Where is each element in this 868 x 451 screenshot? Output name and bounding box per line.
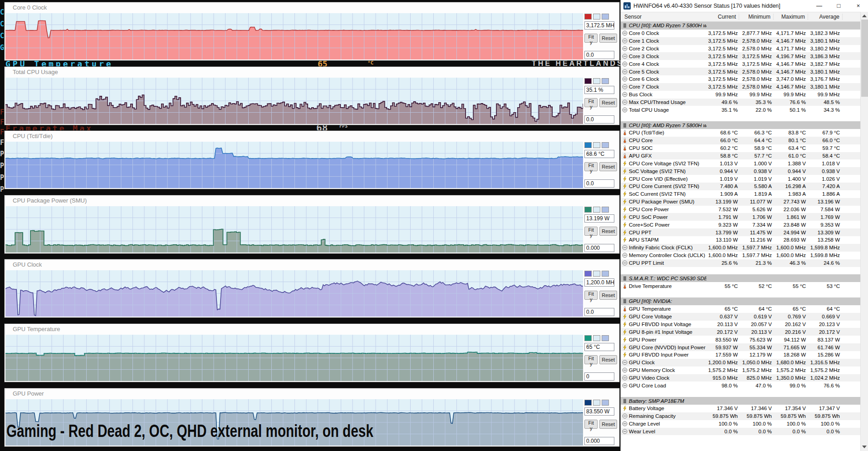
current-value-box[interactable]: 65 °C xyxy=(584,343,614,351)
sensor-row[interactable]: GPU Clock1,200.0 MHz1,050.0 MHz1,680.0 M… xyxy=(621,359,860,367)
sensor-row[interactable]: Bus Clock99.9 MHz99.9 MHz99.9 MHz99.9 MH… xyxy=(621,91,860,99)
sensor-row[interactable]: Drive Temperature55 °C52 °C55 °C53 °C xyxy=(621,282,860,290)
grid-color-swatch[interactable] xyxy=(602,400,609,406)
min-value-box[interactable]: 0.000 xyxy=(584,244,614,252)
min-value-box[interactable]: 0.0 xyxy=(584,308,614,316)
reset-button[interactable]: Reset xyxy=(599,355,617,364)
sensor-row[interactable]: Core 6 Clock3,172.5 MHz2,578.0 MHz3,747.… xyxy=(621,75,860,83)
graph-panel[interactable]: GPU Clock1,200.0 MHzFit yReset0.0 xyxy=(5,259,619,317)
scroll-thumb[interactable] xyxy=(861,20,868,97)
sensor-row[interactable]: Remaining Capacity59.875 Wh59.875 Wh59.8… xyxy=(621,412,860,420)
grid-color-swatch[interactable] xyxy=(602,14,609,20)
sensor-row[interactable]: Total CPU Usage35.1 %22.0 %50.1 %34.3 % xyxy=(621,106,860,114)
sensor-row[interactable]: CPU Core66.0 °C64.4 °C80.1 °C66.0 °C xyxy=(621,137,860,144)
reset-button[interactable]: Reset xyxy=(599,162,617,171)
background-color-swatch[interactable] xyxy=(593,335,600,341)
background-color-swatch[interactable] xyxy=(593,78,600,84)
graph-panel[interactable]: Core 0 Clock3,172.5 MHzFit yReset0.0 xyxy=(5,2,619,60)
current-value-box[interactable]: 35.1 % xyxy=(584,86,614,94)
sensor-row[interactable]: Core 4 Clock3,172.5 MHz3,172.5 MHz4,146.… xyxy=(621,60,860,68)
background-color-swatch[interactable] xyxy=(593,400,600,406)
series-color-swatch[interactable] xyxy=(584,14,592,20)
graph-panel[interactable]: CPU (Tctl/Tdie)68.6 °CFit yReset0.0 xyxy=(5,131,619,189)
sensor-row[interactable]: Max CPU/Thread Usage49.6 %35.3 %76.6 %48… xyxy=(621,99,860,106)
sensor-row[interactable]: Core 7 Clock3,172.5 MHz2,578.0 MHz4,146.… xyxy=(621,83,860,91)
sensor-row[interactable]: CPU Package Power (SMU)13.199 W11.077 W2… xyxy=(621,198,860,206)
fit-y-button[interactable]: Fit y xyxy=(584,162,598,171)
graph-panel[interactable]: CPU Package Power (SMU)13.199 WFit yRese… xyxy=(5,195,619,253)
sensor-row[interactable]: GPU 8-pin #1 Input Voltage20.172 V20.113… xyxy=(621,328,860,336)
background-color-swatch[interactable] xyxy=(593,142,600,148)
reset-button[interactable]: Reset xyxy=(599,227,617,236)
maximize-button[interactable]: □ xyxy=(829,0,848,12)
sensor-group-row[interactable]: Battery: SMP AP18E7M xyxy=(621,397,860,405)
grid-color-swatch[interactable] xyxy=(602,335,609,341)
close-button[interactable]: × xyxy=(848,0,868,12)
fit-y-button[interactable]: Fit y xyxy=(584,355,598,364)
series-color-swatch[interactable] xyxy=(584,142,592,148)
sensor-row[interactable]: SoC Current (SVI2 TFN)1.909 A1.819 A1.98… xyxy=(621,190,860,198)
min-value-box[interactable]: 0 xyxy=(584,372,614,381)
sensor-row[interactable]: CPU Core VID (Effective)1.019 V1.019 V1.… xyxy=(621,175,860,183)
sensor-row[interactable]: Core+SoC Power9.323 W7.334 W23.848 W9.35… xyxy=(621,221,860,228)
reset-button[interactable]: Reset xyxy=(599,98,617,107)
min-value-box[interactable]: 0.000 xyxy=(584,437,614,445)
min-value-box[interactable]: 0.0 xyxy=(584,51,614,59)
reset-button[interactable]: Reset xyxy=(599,420,617,429)
sensor-row[interactable]: GPU Core (NVVDD) Input Power (sum)59.937… xyxy=(621,343,860,351)
sensor-row[interactable]: Battery Voltage17.346 V17.346 V17.354 V1… xyxy=(621,405,860,412)
minimize-button[interactable]: — xyxy=(809,0,829,12)
sensor-group-row[interactable]: CPU [#0]: AMD Ryzen 7 5800H with Ra... xyxy=(621,121,860,129)
sensor-group-row[interactable]: CPU [#0]: AMD Ryzen 7 5800H with Ra... xyxy=(621,22,860,30)
sensor-row[interactable]: Charge Level100.0 %100.0 %100.0 %100.0 % xyxy=(621,420,860,428)
sensor-row[interactable]: GPU Temperature65 °C64 °C65 °C64 °C xyxy=(621,305,860,313)
sensor-row[interactable]: Core 1 Clock3,172.5 MHz2,578.0 MHz4,146.… xyxy=(621,37,860,45)
sensor-row[interactable]: CPU (Tctl/Tdie)68.6 °C66.3 °C83.8 °C67.9… xyxy=(621,129,860,137)
sensor-row[interactable]: CPU Core Power7.532 W5.626 W22.036 W7.58… xyxy=(621,206,860,213)
grid-color-swatch[interactable] xyxy=(602,271,609,277)
sensor-group-row[interactable]: GPU [#0]: NVIDIA: xyxy=(621,297,860,305)
sensor-row[interactable]: APU STAPM13.110 W11.216 W28.693 W13.258 … xyxy=(621,236,860,244)
column-header-average[interactable]: Average xyxy=(808,14,843,20)
current-value-box[interactable]: 3,172.5 MHz xyxy=(584,21,614,30)
sensor-group-row[interactable]: S.M.A.R.T.: WDC PC SN530 SDBPNPZ-... xyxy=(621,274,860,282)
grid-color-swatch[interactable] xyxy=(602,78,609,84)
scroll-down-icon[interactable] xyxy=(862,446,867,448)
reset-button[interactable]: Reset xyxy=(599,34,617,43)
reset-button[interactable]: Reset xyxy=(599,291,617,300)
fit-y-button[interactable]: Fit y xyxy=(584,98,598,107)
column-header-sensor[interactable]: Sensor xyxy=(621,14,705,20)
sensor-row[interactable]: Wear Level0.0 %0.0 %0.0 %0.0 % xyxy=(621,428,860,436)
sensor-row[interactable]: GPU FBVDD Input Voltage20.113 V20.057 V2… xyxy=(621,321,860,328)
scrollbar[interactable] xyxy=(860,12,868,451)
sensor-row[interactable]: GPU Video Clock915.0 MHz825.0 MHz1,350.0… xyxy=(621,374,860,382)
background-color-swatch[interactable] xyxy=(593,271,600,277)
current-value-box[interactable]: 1,200.0 MHz xyxy=(584,278,614,287)
sensor-row[interactable]: GPU FBVDD Input Power17.559 W12.179 W18.… xyxy=(621,351,860,359)
sensor-row[interactable]: Infinity Fabric Clock (FCLK)1,600.0 MHz1… xyxy=(621,244,860,252)
min-value-box[interactable]: 0.0 xyxy=(584,179,614,188)
series-color-swatch[interactable] xyxy=(584,400,592,406)
background-color-swatch[interactable] xyxy=(593,14,600,20)
sensor-row[interactable]: GPU Core Load98.0 %47.0 %99.0 %76.6 % xyxy=(621,382,860,389)
sensor-row[interactable]: GPU Power83.550 W75.623 W94.112 W83.137 … xyxy=(621,336,860,343)
sensor-row[interactable]: SoC Voltage (SVI2 TFN)0.944 V0.938 V0.94… xyxy=(621,167,860,175)
series-color-swatch[interactable] xyxy=(584,271,592,277)
column-header-minimum[interactable]: Minimum xyxy=(739,14,774,20)
series-color-swatch[interactable] xyxy=(584,78,592,84)
sensor-row[interactable]: CPU Core Voltage (SVI2 TFN)1.013 V1.000 … xyxy=(621,159,860,167)
sensor-row[interactable]: CPU PPT13.799 W11.475 W24.994 W13.309 W xyxy=(621,228,860,236)
graph-panel[interactable]: GPU Temperature65 °CFit yReset0 xyxy=(5,324,619,382)
hwinfo-titlebar[interactable]: HWiNFO64 v6.40-4330 Sensor Status [170 v… xyxy=(621,0,868,12)
sensor-row[interactable]: CPU PPT Limit25.6 %21.3 %46.3 %24.6 % xyxy=(621,259,860,267)
background-color-swatch[interactable] xyxy=(593,207,600,213)
current-value-box[interactable]: 83.550 W xyxy=(584,407,614,416)
graph-panel[interactable]: Total CPU Usage35.1 %Fit yReset0.0 xyxy=(5,67,619,125)
min-value-box[interactable]: 0.0 xyxy=(584,115,614,124)
fit-y-button[interactable]: Fit y xyxy=(584,34,598,43)
sensor-row[interactable]: CPU SOC60.2 °C58.9 °C63.4 °C59.7 °C xyxy=(621,144,860,152)
column-header-current[interactable]: Current xyxy=(705,14,739,20)
sensor-row[interactable]: GPU Core Voltage0.637 V0.619 V0.769 V0.6… xyxy=(621,313,860,321)
sensor-row[interactable]: Core 0 Clock3,172.5 MHz2,877.7 MHz4,171.… xyxy=(621,30,860,37)
series-color-swatch[interactable] xyxy=(584,207,592,213)
